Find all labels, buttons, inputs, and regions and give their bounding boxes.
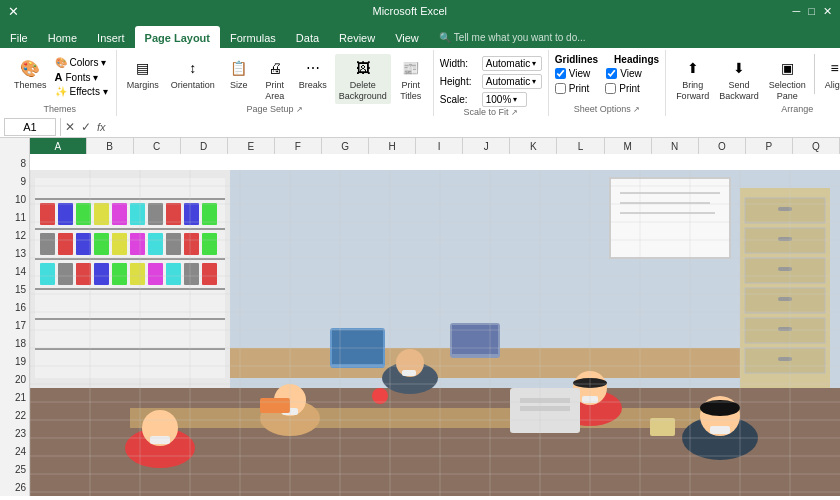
col-header-l[interactable]: L: [557, 138, 604, 154]
tab-home[interactable]: Home: [38, 26, 87, 48]
themes-button[interactable]: 🎨 Themes: [10, 54, 51, 93]
scale-dropdown[interactable]: 100% ▾: [482, 92, 527, 107]
print-titles-button[interactable]: 📰 PrintTitles: [395, 54, 427, 104]
tab-formulas[interactable]: Formulas: [220, 26, 286, 48]
page-setup-expand-icon[interactable]: ↗: [296, 105, 303, 114]
row-header-15[interactable]: 15: [0, 280, 30, 298]
col-header-m[interactable]: M: [605, 138, 652, 154]
tab-file[interactable]: File: [0, 26, 38, 48]
align-button[interactable]: ≡ Align: [819, 54, 840, 93]
row-header-13[interactable]: 13: [0, 244, 30, 262]
cell-reference-input[interactable]: [4, 118, 56, 136]
effects-button[interactable]: ✨ Effects ▾: [53, 85, 110, 98]
title-bar: ✕ Microsoft Excel ─ □ ✕: [0, 0, 840, 22]
fonts-button[interactable]: A Fonts ▾: [53, 70, 110, 84]
scale-expand-icon[interactable]: ↗: [511, 108, 518, 117]
selection-pane-button[interactable]: ▣ SelectionPane: [765, 54, 810, 104]
row-header-23[interactable]: 23: [0, 424, 30, 442]
row-header-25[interactable]: 25: [0, 460, 30, 478]
col-header-b[interactable]: B: [87, 138, 134, 154]
window-controls[interactable]: ─ □ ✕: [793, 5, 832, 18]
gridlines-print-checkbox[interactable]: [555, 83, 566, 94]
align-icon: ≡: [823, 56, 840, 80]
sheet-options-expand-icon[interactable]: ↗: [633, 105, 640, 114]
row-header-14[interactable]: 14: [0, 262, 30, 280]
headings-heading: Headings: [614, 54, 659, 65]
col-header-i[interactable]: I: [416, 138, 463, 154]
width-dropdown[interactable]: Automatic ▾: [482, 56, 542, 71]
tab-search[interactable]: 🔍 Tell me what you want to do...: [429, 26, 596, 48]
send-backward-button[interactable]: ⬇ SendBackward: [715, 54, 763, 104]
col-header-a[interactable]: A: [30, 138, 87, 154]
row-header-18[interactable]: 18: [0, 334, 30, 352]
colors-icon: 🎨: [55, 57, 67, 68]
row-header-24[interactable]: 24: [0, 442, 30, 460]
height-value: Automatic: [486, 76, 530, 87]
width-label: Width:: [440, 58, 480, 69]
cancel-icon[interactable]: ✕: [65, 120, 75, 134]
confirm-icon[interactable]: ✓: [81, 120, 91, 134]
row-header-17[interactable]: 17: [0, 316, 30, 334]
row-header-26[interactable]: 26: [0, 478, 30, 496]
headings-print-row: Print: [605, 82, 640, 95]
col-header-c[interactable]: C: [134, 138, 181, 154]
corner-cell: [0, 138, 30, 154]
themes-icon: 🎨: [18, 56, 42, 80]
themes-label: Themes: [14, 80, 47, 91]
send-backward-label: SendBackward: [719, 80, 759, 102]
ribbon-group-arrange: ⬆ BringForward ⬇ SendBackward ▣ Selectio…: [666, 50, 840, 116]
col-header-p[interactable]: P: [746, 138, 793, 154]
headings-print-checkbox[interactable]: [605, 83, 616, 94]
colors-label: Colors ▾: [70, 57, 107, 68]
row-header-19[interactable]: 19: [0, 352, 30, 370]
print-area-icon: 🖨: [263, 56, 287, 80]
tab-review[interactable]: Review: [329, 26, 385, 48]
spreadsheet-container: A B C D E F G H I J K L M N O P Q: [0, 138, 840, 496]
formula-input[interactable]: [110, 120, 836, 134]
tab-insert[interactable]: Insert: [87, 26, 135, 48]
tab-data[interactable]: Data: [286, 26, 329, 48]
close-btn[interactable]: ✕: [823, 5, 832, 18]
row-header-9[interactable]: 9: [0, 172, 30, 190]
tab-view[interactable]: View: [385, 26, 429, 48]
maximize-btn[interactable]: □: [808, 5, 815, 18]
col-header-j[interactable]: J: [463, 138, 510, 154]
row-header-21[interactable]: 21: [0, 388, 30, 406]
row-header-22[interactable]: 22: [0, 406, 30, 424]
row-header-16[interactable]: 16: [0, 298, 30, 316]
headings-view-checkbox[interactable]: [606, 68, 617, 79]
minimize-btn[interactable]: ─: [793, 5, 801, 18]
row-header-8[interactable]: 8: [0, 154, 30, 172]
width-control: Width: Automatic ▾: [440, 56, 542, 71]
breaks-button[interactable]: ⋯ Breaks: [295, 54, 331, 93]
margins-button[interactable]: ▤ Margins: [123, 54, 163, 93]
row-header-20[interactable]: 20: [0, 370, 30, 388]
gridlines-view-row: View: [555, 67, 591, 80]
orientation-button[interactable]: ↕ Orientation: [167, 54, 219, 93]
row-header-12[interactable]: 12: [0, 226, 30, 244]
col-header-o[interactable]: O: [699, 138, 746, 154]
col-header-d[interactable]: D: [181, 138, 228, 154]
colors-button[interactable]: 🎨 Colors ▾: [53, 56, 110, 69]
col-header-g[interactable]: G: [322, 138, 369, 154]
background-button[interactable]: 🖼 DeleteBackground: [335, 54, 391, 104]
row-header-10[interactable]: 10: [0, 190, 30, 208]
formula-bar: ✕ ✓ fx: [0, 116, 840, 138]
height-dropdown[interactable]: Automatic ▾: [482, 74, 542, 89]
size-button[interactable]: 📋 Size: [223, 54, 255, 93]
col-header-n[interactable]: N: [652, 138, 699, 154]
tab-page-layout[interactable]: Page Layout: [135, 26, 220, 48]
formula-divider: [60, 118, 61, 136]
row-header-11[interactable]: 11: [0, 208, 30, 226]
ribbon-group-scale: Width: Automatic ▾ Height: Automatic ▾ S…: [434, 50, 549, 116]
col-header-q[interactable]: Q: [793, 138, 840, 154]
gridlines-view-checkbox[interactable]: [555, 68, 566, 79]
print-area-button[interactable]: 🖨 PrintArea: [259, 54, 291, 104]
send-backward-icon: ⬇: [727, 56, 751, 80]
scale-group-label: Scale to Fit ↗: [463, 107, 518, 119]
col-header-e[interactable]: E: [228, 138, 275, 154]
col-header-f[interactable]: F: [275, 138, 322, 154]
col-header-k[interactable]: K: [510, 138, 557, 154]
bring-forward-button[interactable]: ⬆ BringForward: [672, 54, 713, 104]
col-header-h[interactable]: H: [369, 138, 416, 154]
